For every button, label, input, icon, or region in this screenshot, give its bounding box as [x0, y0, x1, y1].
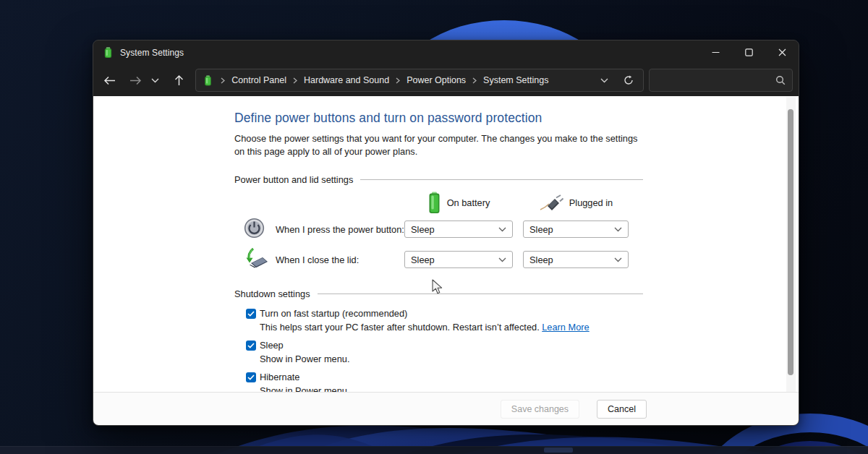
close-lid-row: When I close the lid: Sleep Sleep: [234, 244, 652, 275]
cancel-button[interactable]: Cancel: [597, 400, 647, 419]
sleep-item: Sleep Show in Power menu.: [234, 340, 652, 364]
chevron-down-icon: [600, 78, 608, 83]
search-input[interactable]: [656, 75, 775, 85]
section-divider: [318, 294, 643, 294]
chevron-down-icon: [498, 257, 506, 262]
breadcrumb-separator-icon: [467, 77, 482, 84]
hibernate-description: Show in Power menu.: [260, 385, 652, 392]
checkmark-icon: [247, 311, 255, 317]
breadcrumb-separator-icon: [288, 77, 302, 84]
sleep-label[interactable]: Sleep: [260, 340, 284, 351]
checkmark-icon: [247, 343, 255, 348]
taskbar-app-indicator[interactable]: [544, 447, 573, 453]
battery-app-icon: [103, 47, 114, 58]
title-bar[interactable]: System Settings: [93, 40, 799, 64]
on-battery-icon: [427, 192, 441, 214]
navigation-bar: Control Panel Hardware and Sound Power O…: [93, 64, 799, 96]
battery-breadcrumb-icon: [203, 75, 213, 86]
content-area: Define power buttons and turn on passwor…: [93, 96, 799, 392]
page-title: Define power buttons and turn on passwor…: [234, 111, 652, 126]
scrollbar-thumb[interactable]: [788, 109, 793, 375]
close-lid-on-battery-select[interactable]: Sleep: [404, 251, 513, 268]
laptop-lid-icon: [244, 247, 268, 270]
up-button[interactable]: [168, 69, 190, 91]
maximize-button[interactable]: [732, 40, 765, 64]
search-icon[interactable]: [775, 75, 786, 85]
chevron-down-icon: [614, 257, 622, 262]
shutdown-section-label: Shutdown settings: [234, 288, 310, 299]
chevron-down-icon: [614, 227, 622, 232]
on-battery-column-header: On battery: [404, 192, 513, 214]
close-icon: [778, 48, 786, 56]
on-battery-label: On battery: [447, 197, 490, 208]
sleep-description: Show in Power menu.: [260, 354, 652, 364]
chevron-down-icon: [151, 78, 159, 83]
plugged-in-icon: [539, 194, 563, 211]
power-button-label: When I press the power button:: [276, 224, 404, 235]
vertical-scrollbar[interactable]: [786, 97, 796, 392]
plugged-in-label: Plugged in: [569, 197, 613, 208]
back-arrow-icon: [103, 76, 116, 85]
minimize-icon: [712, 48, 720, 56]
power-button-icon: [244, 218, 265, 239]
breadcrumb-separator-icon: [216, 77, 230, 84]
hibernate-label[interactable]: Hibernate: [260, 372, 300, 382]
footer-bar: Save changes Cancel: [93, 392, 799, 425]
power-button-row: When I press the power button: Sleep Sle…: [234, 214, 652, 244]
forward-button[interactable]: [125, 69, 147, 91]
forward-arrow-icon: [129, 76, 142, 85]
refresh-icon: [624, 75, 634, 85]
power-section-label: Power button and lid settings: [234, 174, 353, 185]
back-button[interactable]: [99, 69, 121, 91]
search-box[interactable]: [649, 69, 793, 92]
fast-startup-label[interactable]: Turn on fast startup (recommended): [260, 308, 407, 319]
window-title: System Settings: [120, 48, 184, 58]
breadcrumb-separator-icon: [391, 77, 405, 84]
hibernate-item: Hibernate Show in Power menu.: [234, 372, 652, 392]
breadcrumb-control-panel[interactable]: Control Panel: [230, 73, 288, 87]
minimize-button[interactable]: [699, 40, 732, 64]
close-button[interactable]: [765, 40, 799, 64]
column-headers: On battery Plugged in: [234, 192, 652, 214]
sleep-checkbox[interactable]: [246, 340, 256, 351]
maximize-icon: [745, 48, 753, 56]
up-arrow-icon: [174, 74, 184, 86]
refresh-button[interactable]: [618, 70, 639, 90]
save-changes-button[interactable]: Save changes: [501, 400, 579, 419]
breadcrumb-hardware-and-sound[interactable]: Hardware and Sound: [302, 73, 391, 87]
power-button-on-battery-select[interactable]: Sleep: [404, 220, 513, 238]
recent-pages-button[interactable]: [147, 69, 164, 91]
fast-startup-checkbox[interactable]: [246, 309, 256, 319]
power-section-header: Power button and lid settings: [234, 174, 643, 185]
learn-more-link[interactable]: Learn More: [542, 322, 589, 333]
system-settings-window: System Settings: [93, 40, 799, 426]
section-divider: [360, 179, 643, 180]
shutdown-section-header: Shutdown settings: [234, 288, 643, 299]
power-button-plugged-in-select[interactable]: Sleep: [523, 220, 629, 238]
plugged-in-column-header: Plugged in: [523, 194, 629, 211]
fast-startup-description: This helps start your PC faster after sh…: [260, 322, 652, 333]
hibernate-checkbox[interactable]: [246, 372, 256, 382]
taskbar[interactable]: [0, 446, 868, 454]
breadcrumb-system-settings[interactable]: System Settings: [482, 73, 550, 87]
address-bar[interactable]: Control Panel Hardware and Sound Power O…: [195, 69, 644, 92]
checkmark-icon: [247, 374, 255, 380]
fast-startup-item: Turn on fast startup (recommended) This …: [234, 308, 652, 333]
close-lid-plugged-in-select[interactable]: Sleep: [523, 251, 629, 268]
address-dropdown-button[interactable]: [594, 70, 614, 90]
page-description: Choose the power settings that you want …: [234, 132, 639, 158]
chevron-down-icon: [498, 227, 506, 232]
close-lid-label: When I close the lid:: [276, 254, 404, 265]
breadcrumb-power-options[interactable]: Power Options: [405, 73, 467, 87]
